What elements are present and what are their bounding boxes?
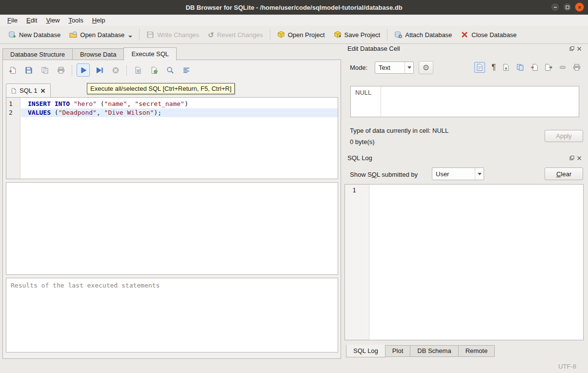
sql-editor-line[interactable]: 2VALUES ("Deadpond", "Dive Wilson"); [6,108,338,117]
tab-browse-data[interactable]: Browse Data [72,48,123,60]
sql-token: "Deadpond" [59,109,97,116]
menu-bar: File Edit View Tools Help [0,15,588,26]
print-sql-button[interactable] [54,63,67,77]
log-line-number: 1 [352,186,356,194]
execute-all-icon [80,66,87,74]
menu-tools[interactable]: Tools [64,15,87,26]
save-cell-as-icon[interactable] [502,63,510,71]
execute-all-button[interactable] [77,63,90,77]
window-title: DB Browser for SQLite - /home/user/code/… [185,4,402,11]
save-results-icon [150,66,158,74]
sql-log-title: SQL Log [347,154,372,162]
float-dock-icon[interactable] [569,156,574,161]
text-mode-toggle[interactable] [474,62,485,73]
open-database-button[interactable]: Open Database [65,28,137,41]
attach-database-button[interactable]: Attach Database [390,28,456,41]
encoding-indicator[interactable]: UTF-8 [558,363,576,370]
tab-sql-log[interactable]: SQL Log [346,345,385,357]
save-results-button[interactable] [147,63,161,77]
open-project-button[interactable]: Open Project [273,28,329,41]
save-sql-file-button[interactable] [22,63,35,77]
menu-view[interactable]: View [41,15,64,26]
minimize-button[interactable] [550,2,560,12]
execute-line-button[interactable] [93,63,106,77]
close-database-icon [461,31,468,39]
write-changes-icon [146,31,154,39]
export-csv-button[interactable] [131,63,144,77]
sql-document-tab[interactable]: SQL 1 [6,83,51,97]
sql-token: ) [184,100,188,107]
close-button[interactable] [575,2,584,12]
right-panel: Edit Database Cell Mode: Text ⚙ ¶ [345,44,586,360]
sql-editor-line[interactable]: 1INSERT INTO "hero" ("name", "secret_nam… [6,100,338,108]
tab-database-structure[interactable]: Database Structure [2,48,72,60]
save-sql-as-icon [41,66,49,74]
text-mode-icon [476,63,484,71]
save-project-button[interactable]: Save Project [329,28,385,41]
sql-token: , [127,100,135,107]
set-null-icon[interactable] [559,63,567,71]
tab-execute-sql[interactable]: Execute SQL [123,47,177,61]
export-cell-icon[interactable] [545,63,552,71]
sql-editor-lines: 1INSERT INTO "hero" ("name", "secret_nam… [6,100,338,117]
toolbar-separator [387,29,387,41]
close-dock-icon[interactable] [577,156,582,161]
tab-db-schema[interactable]: DB Schema [410,345,458,357]
print-icon [57,66,65,74]
toolbar-separator [126,65,127,76]
cell-null-value: NULL [355,89,371,96]
maximize-icon [565,4,570,10]
main-toolbar: New Database Open Database Write Changes… [0,26,588,44]
print-cell-icon[interactable] [573,63,581,71]
results-grid[interactable] [6,182,338,275]
open-in-external-button[interactable]: ⚙ [419,61,433,74]
chevron-down-icon [478,173,482,175]
sql-document-tabs: SQL 1 [6,83,51,97]
maximize-button[interactable] [563,2,572,12]
cell-editor[interactable]: NULL [350,86,579,117]
sql-log-filter-value: User [436,170,449,178]
line-number: 2 [6,108,20,117]
clear-log-button[interactable]: Clear [545,167,583,180]
word-wrap-icon[interactable]: ¶ [491,63,496,71]
sql-code: INSERT INTO "hero" ("name", "secret_name… [21,100,338,108]
sql-log-filter-combobox[interactable]: User [432,167,484,180]
execute-tooltip: Execute all/selected SQL [Ctrl+Return, F… [87,83,235,94]
sql-log-view[interactable]: 1 [345,184,584,340]
copy-cell-icon[interactable] [516,63,524,71]
menu-edit[interactable]: Edit [22,15,41,26]
edit-cell-title: Edit Database Cell [347,45,400,52]
mode-combobox[interactable]: Text [375,62,414,74]
line-number: 1 [6,100,20,108]
sql-token: "secret_name" [135,100,184,107]
import-cell-icon[interactable] [530,63,538,71]
open-sql-file-button[interactable] [6,63,19,77]
float-dock-icon[interactable] [569,46,574,51]
open-database-dropdown-icon[interactable] [128,36,132,38]
sql-code: VALUES ("Deadpond", "Dive Wilson"); [21,108,338,117]
gear-icon: ⚙ [423,64,429,72]
close-database-button[interactable]: Close Database [456,28,521,41]
tab-plot[interactable]: Plot [385,345,410,357]
chevron-down-icon [407,66,411,69]
auto-format-icon [182,66,190,74]
cell-size-info: 0 byte(s) [350,138,375,145]
save-sql-as-button[interactable] [38,63,51,77]
new-database-button[interactable]: New Database [4,28,65,41]
execute-sql-panel: SQL 1 Execute all/selected SQL [Ctrl+Ret… [2,60,341,359]
sql-token: , [97,109,104,116]
sql-log-filter-label: Show SQL submitted by [350,171,418,178]
find-replace-button[interactable] [163,63,177,77]
close-tab-icon[interactable] [40,88,46,94]
write-changes-button: Write Changes [142,28,203,41]
menu-file[interactable]: File [3,15,22,26]
menu-help[interactable]: Help [88,15,110,26]
main-tab-bar: Database Structure Browse Data Execute S… [2,47,177,60]
close-dock-icon[interactable] [577,46,582,51]
sql-editor[interactable]: 1INSERT INTO "hero" ("name", "secret_nam… [6,97,338,179]
stop-execution-button [109,63,122,77]
tab-remote[interactable]: Remote [459,345,495,357]
open-project-icon [277,31,285,39]
cell-type-info: Type of data currently in cell: NULL [350,127,448,134]
auto-format-button[interactable] [180,63,193,77]
